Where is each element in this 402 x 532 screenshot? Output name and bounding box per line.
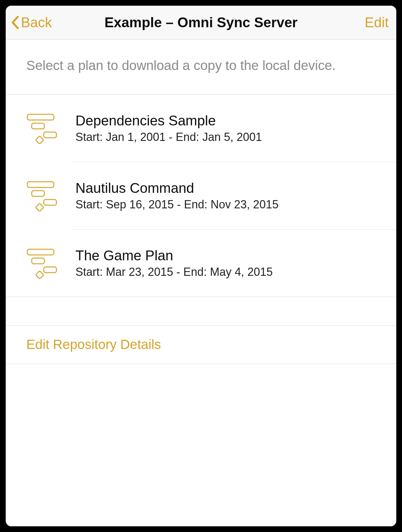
chevron-left-icon — [11, 16, 20, 29]
plan-text: Nautilus Command Start: Sep 16, 2015 - E… — [75, 180, 278, 211]
svg-rect-6 — [44, 200, 56, 205]
plan-subtitle: Start: Mar 23, 2015 - End: May 4, 2015 — [75, 265, 273, 279]
content-area: Select a plan to download a copy to the … — [6, 40, 396, 526]
svg-rect-8 — [27, 249, 54, 255]
plan-item[interactable]: Nautilus Command Start: Sep 16, 2015 - E… — [6, 162, 396, 229]
svg-rect-10 — [44, 267, 56, 273]
plan-list: Dependencies Sample Start: Jan 1, 2001 -… — [6, 95, 396, 297]
svg-rect-11 — [36, 271, 43, 279]
svg-rect-7 — [36, 203, 43, 211]
device-frame: Back Example – Omni Sync Server Edit Sel… — [6, 6, 396, 526]
edit-button[interactable]: Edit — [365, 15, 389, 30]
svg-rect-2 — [44, 132, 56, 138]
edit-repository-details-button[interactable]: Edit Repository Details — [26, 337, 376, 352]
list-end-spacer — [6, 297, 396, 325]
gantt-plan-icon — [25, 180, 60, 212]
plan-subtitle: Start: Sep 16, 2015 - End: Nov 23, 2015 — [75, 198, 278, 211]
svg-rect-9 — [32, 258, 44, 264]
svg-rect-4 — [27, 182, 54, 187]
plan-item[interactable]: The Game Plan Start: Mar 23, 2015 - End:… — [6, 230, 396, 297]
plan-title: Nautilus Command — [75, 180, 278, 196]
svg-rect-3 — [36, 136, 43, 144]
plan-title: Dependencies Sample — [75, 113, 262, 129]
plan-text: The Game Plan Start: Mar 23, 2015 - End:… — [75, 248, 273, 279]
instruction-text: Select a plan to download a copy to the … — [6, 40, 396, 95]
plan-subtitle: Start: Jan 1, 2001 - End: Jan 5, 2001 — [75, 130, 262, 144]
back-label: Back — [21, 15, 52, 30]
gantt-plan-icon — [25, 247, 60, 279]
page-title: Example – Omni Sync Server — [105, 15, 298, 30]
nav-bar: Back Example – Omni Sync Server Edit — [6, 6, 396, 40]
svg-rect-1 — [32, 123, 44, 129]
plan-title: The Game Plan — [75, 248, 273, 263]
footer-link-block: Edit Repository Details — [6, 325, 396, 364]
plan-text: Dependencies Sample Start: Jan 1, 2001 -… — [75, 113, 262, 144]
gantt-plan-icon — [25, 112, 60, 144]
svg-rect-5 — [32, 191, 44, 196]
svg-rect-0 — [27, 114, 54, 120]
plan-item[interactable]: Dependencies Sample Start: Jan 1, 2001 -… — [6, 95, 396, 162]
back-button[interactable]: Back — [11, 15, 52, 30]
